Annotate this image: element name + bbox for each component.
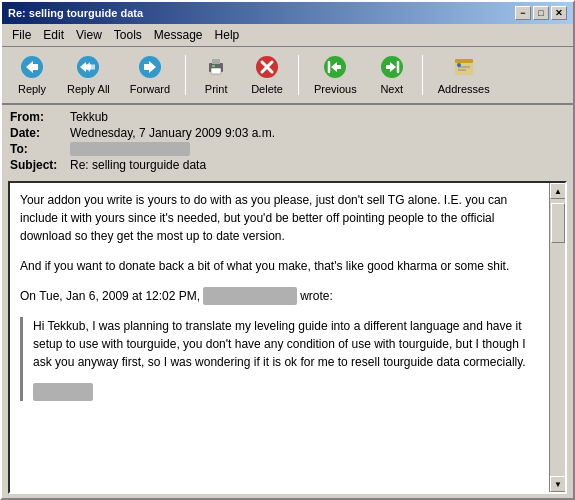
svg-rect-9 [211,68,221,74]
title-bar: Re: selling tourguide data − □ ✕ [2,2,573,24]
body-paragraph-2: And if you want to donate back a bit of … [20,257,539,275]
subject-value: Re: selling tourguide data [70,158,565,172]
scroll-thumb[interactable] [551,203,565,243]
forward-label: Forward [130,83,170,95]
menu-view[interactable]: View [70,26,108,44]
to-row: To: [10,141,565,157]
from-value: Tekkub [70,110,565,124]
delete-button[interactable]: Delete [242,51,292,99]
scroll-down-button[interactable]: ▼ [550,476,566,492]
addresses-button[interactable]: Addresses [429,51,499,99]
email-header: From: Tekkub Date: Wednesday, 7 January … [2,105,573,177]
previous-button[interactable]: Previous [305,51,366,99]
toolbar-separator-3 [422,55,423,95]
print-icon [204,55,228,81]
toolbar-separator-2 [298,55,299,95]
to-value [70,142,565,156]
menu-file[interactable]: File [6,26,37,44]
email-body: Your addon you write is yours to do with… [10,183,549,492]
reply-button[interactable]: Reply [8,51,56,99]
print-label: Print [205,83,228,95]
maximize-button[interactable]: □ [533,6,549,20]
quote-header: On Tue, Jan 6, 2009 at 12:02 PM, [20,289,200,303]
quoted-signature [33,383,539,401]
title-bar-buttons: − □ ✕ [515,6,567,20]
next-icon [380,55,404,81]
reply-all-button[interactable]: Reply All [58,51,119,99]
from-row: From: Tekkub [10,109,565,125]
previous-label: Previous [314,83,357,95]
quoted-name-blurred [203,287,296,305]
minimize-button[interactable]: − [515,6,531,20]
body-quote-intro: On Tue, Jan 6, 2009 at 12:02 PM, wrote: [20,287,539,305]
date-value: Wednesday, 7 January 2009 9:03 a.m. [70,126,565,140]
scroll-track[interactable] [550,199,565,476]
forward-icon [138,55,162,81]
next-button[interactable]: Next [368,51,416,99]
menu-bar: File Edit View Tools Message Help [2,24,573,47]
addresses-icon [452,55,476,81]
forward-button[interactable]: Forward [121,51,179,99]
reply-all-label: Reply All [67,83,110,95]
next-label: Next [380,83,403,95]
reply-label: Reply [18,83,46,95]
window-title: Re: selling tourguide data [8,7,143,19]
menu-help[interactable]: Help [209,26,246,44]
body-paragraph-1: Your addon you write is yours to do with… [20,191,539,245]
addresses-label: Addresses [438,83,490,95]
subject-row: Subject: Re: selling tourguide data [10,157,565,173]
to-blurred [70,142,190,156]
date-label: Date: [10,126,70,140]
reply-all-icon [76,55,100,81]
to-label: To: [10,142,70,156]
svg-point-24 [457,63,461,67]
menu-message[interactable]: Message [148,26,209,44]
scroll-up-button[interactable]: ▲ [550,183,566,199]
quoted-block: Hi Tekkub, I was planning to translate m… [20,317,539,401]
menu-tools[interactable]: Tools [108,26,148,44]
from-label: From: [10,110,70,124]
reply-icon [20,55,44,81]
print-button[interactable]: Print [192,51,240,99]
menu-edit[interactable]: Edit [37,26,70,44]
email-body-container: Your addon you write is yours to do with… [8,181,567,494]
subject-label: Subject: [10,158,70,172]
signature-blurred [33,383,93,401]
previous-icon [323,55,347,81]
svg-rect-10 [212,65,215,67]
date-row: Date: Wednesday, 7 January 2009 9:03 a.m… [10,125,565,141]
close-button[interactable]: ✕ [551,6,567,20]
delete-icon [255,55,279,81]
svg-rect-8 [212,59,220,64]
delete-label: Delete [251,83,283,95]
main-window: Re: selling tourguide data − □ ✕ File Ed… [0,0,575,500]
quote-wrote: wrote: [300,289,333,303]
toolbar-separator-1 [185,55,186,95]
svg-rect-21 [455,59,473,63]
scrollbar[interactable]: ▲ ▼ [549,183,565,492]
toolbar: Reply Reply All Forward [2,47,573,105]
quoted-text: Hi Tekkub, I was planning to translate m… [33,317,539,371]
